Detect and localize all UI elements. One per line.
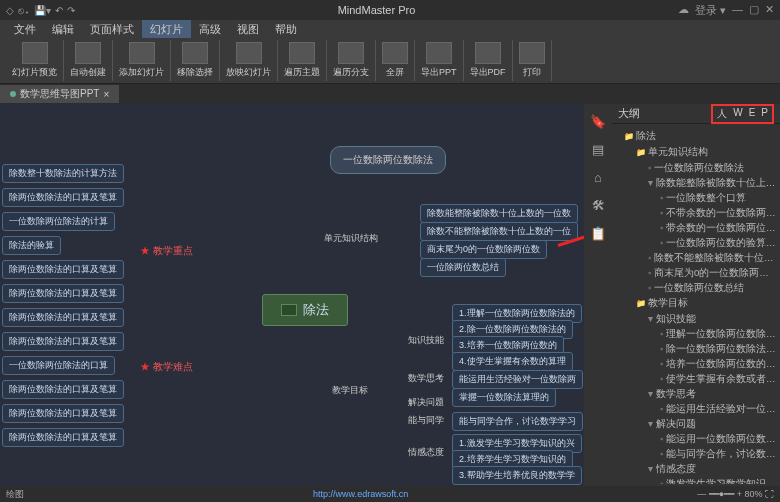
tab-close-icon[interactable]: ×	[103, 89, 109, 100]
tree-item[interactable]: 情感态度	[616, 461, 776, 476]
tool-print[interactable]: 打印	[513, 40, 552, 81]
status-link[interactable]: http://www.edrawsoft.cn	[313, 489, 408, 499]
tree-item[interactable]: 一位数除两位数总结	[616, 280, 776, 295]
tool-branch[interactable]: 遍历分支	[327, 40, 376, 81]
outline-w-icon[interactable]: W	[733, 107, 742, 121]
tag-icon[interactable]: 🔖	[589, 112, 607, 130]
sub-struct[interactable]: 单元知识结构	[318, 230, 384, 247]
left-leaf[interactable]: 除两位数除法的口算及笔算	[2, 188, 124, 207]
node-center[interactable]: 除法	[262, 294, 348, 326]
tree-item[interactable]: 一位数除两位数的验算方法	[616, 235, 776, 250]
left-leaf[interactable]: 除两位数除法的口算及笔算	[2, 380, 124, 399]
menu-advanced[interactable]: 高级	[191, 20, 229, 38]
save-icon[interactable]: 💾▾	[34, 5, 51, 16]
tree-item[interactable]: 除一位数除两位数除法的算…	[616, 341, 776, 356]
left-leaf[interactable]: 除两位数除法的口算及笔算	[2, 284, 124, 303]
redo-icon[interactable]: ↷	[67, 5, 75, 16]
tree-item[interactable]: 激发学生学习数学知识的兴趣	[616, 476, 776, 484]
home-icon[interactable]: ⌂	[589, 168, 607, 186]
callout[interactable]: 一位数除两位数除法	[330, 146, 446, 174]
goal-leaf[interactable]: 4.使学生掌握有余数的算理	[452, 352, 573, 371]
goal-think[interactable]: 数学思考	[402, 370, 450, 387]
goal-leaf[interactable]: 能与同学合作，讨论数学学习	[452, 412, 583, 431]
tree-item[interactable]: 数学思考	[616, 386, 776, 401]
goal-sameclass[interactable]: 能与同学	[402, 412, 450, 429]
cloud-icon[interactable]: ☁	[678, 3, 689, 18]
minimize-icon[interactable]: —	[732, 3, 743, 18]
struct-leaf[interactable]: 除数不能整除被除数十位上数的一位	[420, 222, 578, 241]
struct-leaf[interactable]: 商末尾为0的一位数除两位数	[420, 240, 547, 259]
left-leaf[interactable]: 除法的验算	[2, 236, 61, 255]
tool-play[interactable]: 放映幻灯片	[220, 40, 278, 81]
goal-leaf[interactable]: 能运用生活经验对一位数除两	[452, 370, 583, 389]
outline-person-icon[interactable]: 人	[717, 107, 727, 121]
struct-leaf[interactable]: 一位除两位数总结	[420, 258, 506, 277]
document-tab[interactable]: 数学思维导图PPT ×	[0, 85, 119, 103]
left-leaf[interactable]: 一位数除两位除法的口算	[2, 356, 115, 375]
left-leaf[interactable]: 除两位数除法的口算及笔算	[2, 308, 124, 327]
struct-leaf[interactable]: 除数能整除被除数十位上数的一位数	[420, 204, 578, 223]
undo-icon[interactable]: ↶	[55, 5, 63, 16]
tree-unit[interactable]: 单元知识结构	[616, 144, 776, 160]
left-leaf[interactable]: 除两位数除法的口算及笔算	[2, 404, 124, 423]
menu-slide[interactable]: 幻灯片	[142, 20, 191, 38]
tree-item[interactable]: 使学生掌握有余数或者不带余…	[616, 371, 776, 386]
clipboard-icon[interactable]: 📋	[589, 224, 607, 242]
tool-preview[interactable]: 幻灯片预览	[6, 40, 64, 81]
tree-item[interactable]: 知识技能	[616, 311, 776, 326]
tools-icon[interactable]: 🛠	[589, 196, 607, 214]
preview-icon	[22, 42, 48, 64]
sub-goal[interactable]: 教学目标	[326, 382, 374, 399]
outline-tree[interactable]: 除法 单元知识结构 一位数除两位数除法 除数能整除被除数十位上数的一位… 一位除…	[612, 124, 780, 484]
tree-item[interactable]: 带余数的一位数除两位数的口算	[616, 220, 776, 235]
hub-top[interactable]: 教学重点	[140, 244, 193, 258]
menu-view[interactable]: 视图	[229, 20, 267, 38]
left-leaf[interactable]: 除两位数除法的口算及笔算	[2, 428, 124, 447]
tree-item[interactable]: 培养一位数除两位数的算理…	[616, 356, 776, 371]
goal-knowledge[interactable]: 知识技能	[402, 332, 450, 349]
tree-item[interactable]: 一位数除两位数除法	[616, 160, 776, 175]
tree-item[interactable]: 能运用一位数除两位数除法的…	[616, 431, 776, 446]
left-leaf[interactable]: 除两位数除法的口算及笔算	[2, 260, 124, 279]
tree-goal[interactable]: 教学目标	[616, 295, 776, 311]
login-button[interactable]: 登录 ▾	[695, 3, 726, 18]
tree-item[interactable]: 能运用生活经验对一位数除两…	[616, 401, 776, 416]
outline-p-icon[interactable]: P	[761, 107, 768, 121]
tree-item[interactable]: 不带余数的一位数除两位数	[616, 205, 776, 220]
outline-e-icon[interactable]: E	[749, 107, 756, 121]
tree-item[interactable]: 一位除数整个口算	[616, 190, 776, 205]
layers-icon[interactable]: ▤	[589, 140, 607, 158]
open-icon[interactable]: ⎋▾	[18, 5, 30, 16]
menu-page[interactable]: 页面样式	[82, 20, 142, 38]
mindmap-canvas[interactable]: 除法 一位数除两位数除法 教学重点 教学难点 单元知识结构 教学目标 除数整十数…	[0, 104, 584, 486]
goal-leaf[interactable]: 3.帮助学生培养优良的数学学	[452, 466, 582, 485]
tool-autocreate[interactable]: 自动创建	[64, 40, 113, 81]
tree-item[interactable]: 除数能整除被除数十位上数的一位…	[616, 175, 776, 190]
goal-emotion[interactable]: 情感态度	[402, 444, 450, 461]
goal-leaf[interactable]: 掌握一位数除法算理的	[452, 388, 556, 407]
menu-help[interactable]: 帮助	[267, 20, 305, 38]
tree-item[interactable]: 能与同学合作，讨论数学学习…	[616, 446, 776, 461]
left-leaf[interactable]: 除数整十数除法的计算方法	[2, 164, 124, 183]
tool-remove[interactable]: 移除选择	[171, 40, 220, 81]
tool-exportppt[interactable]: 导出PPT	[415, 40, 464, 81]
tree-root[interactable]: 除法	[616, 128, 776, 144]
left-leaf[interactable]: 一位数除两位除法的计算	[2, 212, 115, 231]
left-leaf[interactable]: 除两位数除法的口算及笔算	[2, 332, 124, 351]
maximize-icon[interactable]: ▢	[749, 3, 759, 18]
tool-fullscreen[interactable]: 全屏	[376, 40, 415, 81]
tree-item[interactable]: 商末尾为0的一位数除两位数	[616, 265, 776, 280]
tree-item[interactable]: 解决问题	[616, 416, 776, 431]
menu-file[interactable]: 文件	[6, 20, 44, 38]
tool-traverse[interactable]: 遍历主题	[278, 40, 327, 81]
tool-addslide[interactable]: 添加幻灯片	[113, 40, 171, 81]
tree-item[interactable]: 理解一位数除两位数除法的…	[616, 326, 776, 341]
close-icon[interactable]: ✕	[765, 3, 774, 18]
menu-edit[interactable]: 编辑	[44, 20, 82, 38]
goal-problem[interactable]: 解决问题	[402, 394, 450, 411]
hub-bottom[interactable]: 教学难点	[140, 360, 193, 374]
tree-item[interactable]: 除数不能整除被除数十位上数的一…	[616, 250, 776, 265]
zoom-control[interactable]: — ━━●━━ + 80% ⛶	[697, 489, 774, 499]
app-title: MindMaster Pro	[75, 4, 678, 16]
tool-exportpdf[interactable]: 导出PDF	[464, 40, 513, 81]
